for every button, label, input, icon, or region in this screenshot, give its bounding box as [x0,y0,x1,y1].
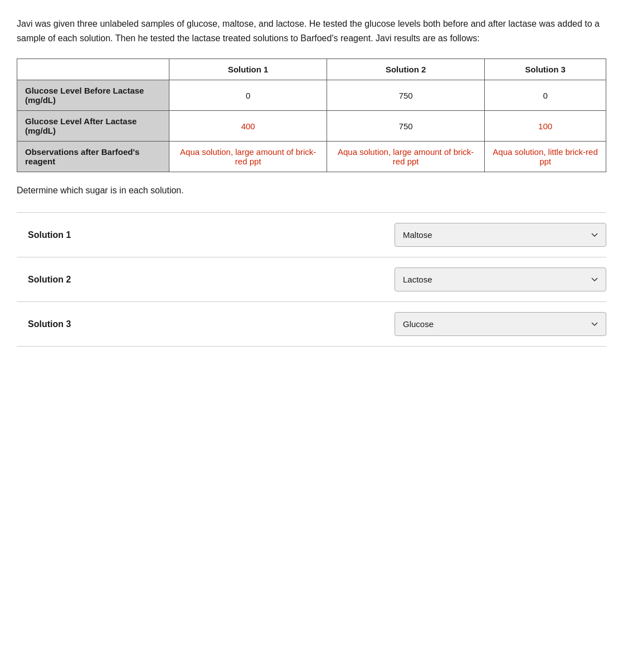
intro-paragraph: Javi was given three unlabeled samples o… [17,17,606,45]
solution-3-label: Solution 3 [17,319,184,329]
table-row-glucose-before: Glucose Level Before Lactase (mg/dL) 0 7… [17,80,606,111]
cell-glucose-after-sol1: 400 [169,111,327,142]
table-header-solution1: Solution 1 [169,59,327,80]
solutions-section: Solution 1 Maltose Glucose Lactose Solut… [17,212,606,347]
solution-2-select[interactable]: Glucose Maltose Lactose [395,267,606,291]
row-header-observations: Observations after Barfoed's reagent [17,142,169,172]
solution-3-row: Solution 3 Glucose Maltose Lactose [17,301,606,347]
table-header-solution3: Solution 3 [485,59,606,80]
table-header-empty [17,59,169,80]
cell-observations-sol3: Aqua solution, little brick-red ppt [485,142,606,172]
table-row-glucose-after: Glucose Level After Lactase (mg/dL) 400 … [17,111,606,142]
row-header-glucose-before: Glucose Level Before Lactase (mg/dL) [17,80,169,111]
cell-glucose-before-sol1: 0 [169,80,327,111]
cell-observations-sol1: Aqua solution, large amount of brick-red… [169,142,327,172]
table-header-solution2: Solution 2 [327,59,485,80]
solution-1-select[interactable]: Maltose Glucose Lactose [395,223,606,247]
cell-observations-sol2: Aqua solution, large amount of brick-red… [327,142,485,172]
row-header-glucose-after: Glucose Level After Lactase (mg/dL) [17,111,169,142]
solution-3-select[interactable]: Glucose Maltose Lactose [395,312,606,336]
solution-2-row: Solution 2 Glucose Maltose Lactose [17,257,606,301]
cell-glucose-before-sol3: 0 [485,80,606,111]
results-table: Solution 1 Solution 2 Solution 3 Glucose… [17,59,606,172]
cell-glucose-after-sol3: 100 [485,111,606,142]
table-row-observations: Observations after Barfoed's reagent Aqu… [17,142,606,172]
solution-2-label: Solution 2 [17,275,184,285]
solution-1-row: Solution 1 Maltose Glucose Lactose [17,212,606,257]
cell-glucose-before-sol2: 750 [327,80,485,111]
determine-paragraph: Determine which sugar is in each solutio… [17,186,606,196]
cell-glucose-after-sol2: 750 [327,111,485,142]
solution-1-label: Solution 1 [17,230,184,240]
